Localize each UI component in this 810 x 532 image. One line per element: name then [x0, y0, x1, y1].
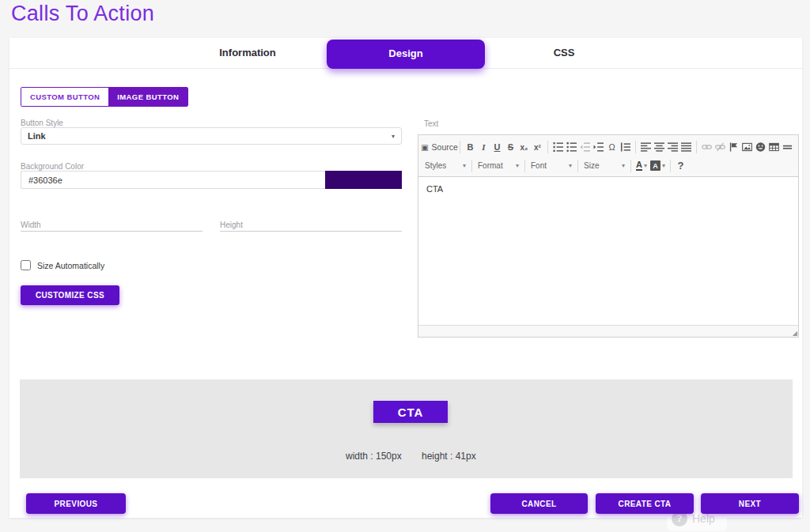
font-dropdown[interactable]: Font ▾: [528, 160, 574, 172]
cta-preview-button[interactable]: CTA: [373, 401, 448, 423]
toolbar-separator: [696, 141, 697, 153]
align-center-icon: [654, 141, 664, 153]
unlink-button[interactable]: [713, 140, 727, 155]
customize-css-button[interactable]: CUSTOMIZE CSS: [21, 285, 119, 305]
blockquote-icon: [620, 141, 630, 153]
increase-indent-icon: [593, 141, 604, 153]
custom-button-toggle[interactable]: CUSTOM BUTTON: [21, 88, 108, 106]
tab-design[interactable]: Design: [327, 40, 485, 69]
cta-preview-area: CTA width : 150px height : 41px: [20, 379, 793, 478]
align-right-icon: [668, 141, 678, 153]
rich-text-editor: ▣ Source B I U S x₂ x² Ω: [418, 134, 799, 338]
color-swatch[interactable]: [325, 171, 402, 189]
smiley-button[interactable]: [754, 140, 767, 155]
underline-button[interactable]: U: [490, 140, 504, 155]
width-input[interactable]: [21, 218, 202, 232]
toolbar-separator: [524, 160, 525, 172]
resize-grip-icon[interactable]: ◢: [793, 330, 797, 337]
image-button-toggle[interactable]: IMAGE BUTTON: [108, 88, 187, 106]
toolbar-row-2: Styles ▾ Format ▾ Font ▾ Size: [422, 157, 794, 175]
toolbar-separator: [670, 160, 671, 172]
align-center-button[interactable]: [653, 140, 666, 155]
background-color-input[interactable]: [21, 171, 325, 189]
page: Calls To Action Information Design CSS C…: [0, 0, 810, 532]
page-title: Calls To Action: [11, 2, 154, 26]
link-icon: [702, 141, 712, 153]
cancel-button[interactable]: CANCEL: [490, 493, 588, 514]
button-style-select[interactable]: Link ▾: [21, 127, 402, 145]
link-button[interactable]: [700, 140, 713, 155]
toolbar-separator: [547, 141, 548, 153]
increase-indent-button[interactable]: [592, 140, 605, 155]
height-input[interactable]: [220, 218, 402, 232]
chevron-down-icon: ▾: [662, 162, 665, 169]
styles-dropdown-label: Styles: [425, 161, 446, 170]
unlink-icon: [715, 141, 725, 153]
next-button[interactable]: NEXT: [701, 493, 799, 514]
size-automatically-checkbox[interactable]: [21, 260, 31, 270]
chevron-down-icon: ▾: [516, 162, 519, 169]
strikethrough-button[interactable]: S: [504, 140, 517, 155]
smiley-icon: [755, 141, 766, 153]
background-color-icon: A: [650, 160, 660, 171]
align-left-button[interactable]: [639, 140, 653, 155]
numbered-list-button[interactable]: [551, 140, 565, 155]
italic-button[interactable]: I: [477, 140, 490, 155]
table-button[interactable]: [767, 140, 781, 155]
horizontal-rule-icon: [782, 141, 793, 153]
chevron-down-icon: ▾: [622, 162, 625, 169]
background-color-button[interactable]: A ▾: [649, 158, 667, 173]
table-icon: [769, 141, 779, 153]
tab-bar: Information Design CSS: [9, 38, 802, 69]
format-dropdown[interactable]: Format ▾: [475, 160, 521, 172]
horizontal-rule-button[interactable]: [781, 140, 794, 155]
image-button[interactable]: [740, 140, 754, 155]
toolbar-separator: [471, 160, 472, 172]
toolbar-separator: [630, 160, 631, 172]
preview-height-text: height : 41px: [422, 451, 476, 462]
source-button-label: Source: [432, 142, 458, 152]
bulleted-list-button[interactable]: [565, 140, 578, 155]
bulleted-list-icon: [566, 141, 577, 153]
background-color-label: Background Color: [21, 162, 84, 171]
bold-button[interactable]: B: [464, 140, 477, 155]
tab-information[interactable]: Information: [168, 38, 327, 67]
editor-content[interactable]: CTA: [418, 177, 798, 324]
source-icon: ▣: [421, 143, 428, 152]
size-dropdown[interactable]: Size ▾: [581, 160, 627, 172]
chevron-down-icon: ▾: [644, 162, 647, 169]
chevron-down-icon: ▾: [463, 162, 466, 169]
about-button[interactable]: ?: [674, 158, 687, 173]
superscript-button[interactable]: x²: [531, 140, 544, 155]
decrease-indent-icon: [580, 141, 590, 153]
text-editor-label: Text: [424, 119, 438, 128]
styles-dropdown[interactable]: Styles ▾: [422, 160, 468, 172]
image-icon: [742, 141, 752, 153]
anchor-button[interactable]: [727, 140, 740, 155]
editor-status-bar: ◢: [418, 325, 798, 337]
toolbar-separator: [577, 160, 578, 172]
subscript-button[interactable]: x₂: [517, 140, 531, 155]
button-style-label: Button Style: [21, 119, 63, 127]
button-style-value: Link: [28, 131, 46, 141]
tab-css[interactable]: CSS: [485, 38, 643, 67]
numbered-list-icon: [553, 141, 563, 153]
format-dropdown-label: Format: [478, 161, 503, 170]
align-right-button[interactable]: [666, 140, 679, 155]
size-automatically-label: Size Automatically: [37, 261, 104, 270]
previous-button[interactable]: PREVIOUS: [26, 493, 126, 514]
button-type-toggle: CUSTOM BUTTON IMAGE BUTTON: [21, 87, 188, 107]
toolbar-separator: [635, 141, 636, 153]
align-left-icon: [641, 141, 651, 153]
decrease-indent-button[interactable]: [578, 140, 592, 155]
text-color-icon: A: [636, 160, 642, 171]
create-cta-button[interactable]: CREATE CTA: [596, 493, 694, 514]
blockquote-button[interactable]: [619, 140, 632, 155]
align-justify-button[interactable]: [679, 140, 693, 155]
anchor-flag-icon: [729, 141, 739, 153]
editor-toolbar: ▣ Source B I U S x₂ x² Ω: [418, 135, 798, 177]
special-character-button[interactable]: Ω: [605, 140, 619, 155]
text-color-button[interactable]: A ▾: [634, 158, 649, 173]
source-button[interactable]: ▣ Source: [422, 140, 456, 155]
toolbar-row-1: ▣ Source B I U S x₂ x² Ω: [422, 138, 794, 157]
